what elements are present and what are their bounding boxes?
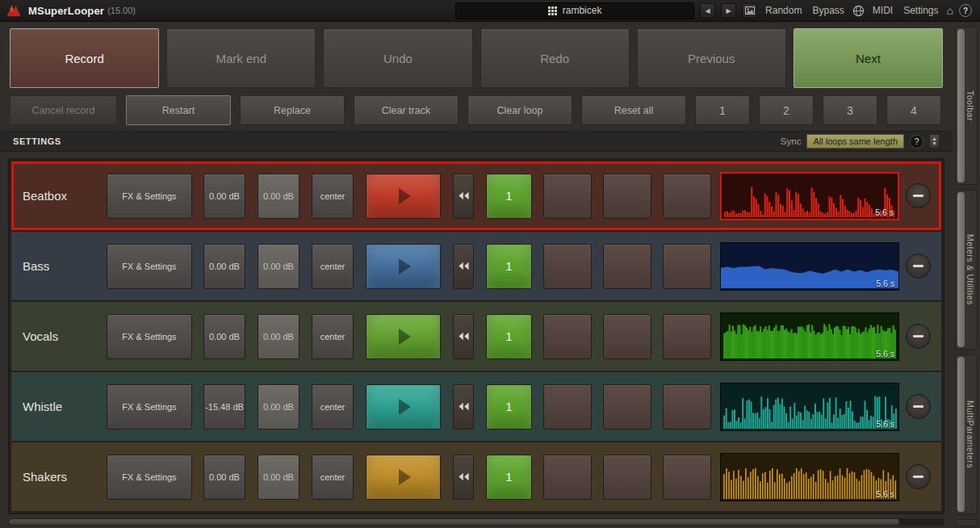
output-gain-button[interactable]: 0.00 dB [258,384,299,430]
melda-logo-icon[interactable] [5,4,23,18]
previous-button[interactable]: Previous [637,28,786,88]
gain-button[interactable]: 0.00 dB [203,174,245,219]
cancel-record-button[interactable]: Cancel record [10,95,117,125]
loop-select-2-button[interactable]: 2 [759,95,814,125]
loop-slot-1-button[interactable]: 1 [486,455,532,500]
loop-slot-1-button[interactable]: 1 [486,384,532,430]
mark-end-button[interactable]: Mark end [166,28,316,88]
track-name[interactable]: Shakers [23,470,107,484]
loop-slot-2-button[interactable] [543,384,592,430]
gain-button[interactable]: 0.00 dB [203,244,245,289]
output-gain-button[interactable]: 0.00 dB [258,455,299,500]
stepper-down-icon[interactable]: ▼ [932,141,936,147]
track-name[interactable]: Bass [23,259,107,273]
settings-button[interactable]: Settings [903,5,938,16]
track-name[interactable]: Vocals [23,329,107,343]
loop-select-4-button[interactable]: 4 [886,95,941,125]
record-button[interactable]: Record [10,28,159,88]
play-button[interactable] [366,244,441,289]
loop-slot-3-button[interactable] [603,455,651,500]
tab-meters-utilities[interactable]: Meters & Utilities [955,190,978,350]
scrollbar-thumb[interactable] [957,29,965,182]
horizontal-scrollbar[interactable] [8,518,944,526]
loop-slot-3-button[interactable] [603,384,651,430]
rewind-button[interactable] [453,244,474,289]
track-name[interactable]: Beatbox [23,189,107,203]
loop-slot-4-button[interactable] [663,314,711,359]
loop-slot-2-button[interactable] [543,244,592,289]
loop-slot-4-button[interactable] [663,244,711,289]
clear-track-button[interactable]: Clear track [354,95,459,125]
mute-track-button[interactable] [906,464,931,489]
gain-button[interactable]: 0.00 dB [203,314,245,359]
loop-slot-2-button[interactable] [543,314,592,359]
replace-button[interactable]: Replace [240,95,345,125]
scrollbar-thumb[interactable] [957,357,965,512]
fx-settings-button[interactable]: FX & Settings [107,244,192,289]
next-preset-button[interactable]: ▶ [721,3,736,19]
midi-button[interactable]: MIDI [873,5,893,16]
output-gain-button[interactable]: 0.00 dB [258,314,299,359]
reset-all-button[interactable]: Reset all [581,95,686,125]
play-button[interactable] [366,174,441,219]
loop-slot-4-button[interactable] [663,174,711,219]
tab-toolbar[interactable]: Toolbar [955,27,978,185]
rewind-button[interactable] [453,384,474,430]
snapshot-button[interactable] [742,3,757,19]
mute-track-button[interactable] [906,394,931,419]
loop-slot-3-button[interactable] [603,174,651,219]
sync-stepper[interactable]: ▲ ▼ [929,134,940,149]
rewind-button[interactable] [453,455,474,500]
fx-settings-button[interactable]: FX & Settings [107,455,192,500]
help-icon[interactable]: ? [959,4,972,17]
clear-loop-button[interactable]: Clear loop [467,95,572,125]
gain-button[interactable]: -15.48 dB [203,384,245,430]
preset-selector[interactable]: rambicek [455,2,694,19]
loop-slot-4-button[interactable] [663,455,711,500]
horizontal-scrollbar-thumb[interactable] [9,519,899,525]
pan-button[interactable]: center [312,314,354,359]
pan-button[interactable]: center [312,174,354,219]
rewind-button[interactable] [453,314,474,359]
pan-button[interactable]: center [312,455,354,500]
rewind-button[interactable] [453,174,474,219]
fx-settings-button[interactable]: FX & Settings [107,384,192,430]
loop-slot-2-button[interactable] [543,455,592,500]
loop-slot-4-button[interactable] [663,384,711,430]
output-gain-button[interactable]: 0.00 dB [258,244,299,289]
play-button[interactable] [366,314,441,359]
mute-track-button[interactable] [906,183,931,208]
settings-help-icon[interactable]: ? [910,135,923,149]
fx-settings-button[interactable]: FX & Settings [107,174,192,219]
bypass-button[interactable]: Bypass [812,5,844,16]
tab-multiparameters[interactable]: MultiParameters [955,354,978,514]
fx-settings-button[interactable]: FX & Settings [107,314,192,359]
loop-waveform[interactable]: 5.6 s [720,312,899,361]
loop-slot-1-button[interactable]: 1 [486,244,532,289]
undo-button[interactable]: Undo [323,28,472,88]
loop-waveform[interactable]: 5.6 s [720,172,899,220]
play-button[interactable] [366,455,441,500]
loop-waveform[interactable]: 5.6 s [720,453,899,501]
redo-button[interactable]: Redo [480,28,630,88]
track-name[interactable]: Whistle [23,400,107,413]
loop-select-1-button[interactable]: 1 [695,95,750,125]
restart-button[interactable]: Restart [126,95,231,125]
pan-button[interactable]: center [312,384,354,430]
mute-track-button[interactable] [906,324,931,349]
scrollbar-thumb[interactable] [957,192,965,347]
loop-slot-1-button[interactable]: 1 [486,174,532,219]
loop-waveform[interactable]: 5.6 s [720,242,899,291]
pan-button[interactable]: center [312,244,354,289]
loop-slot-3-button[interactable] [603,244,651,289]
loop-waveform[interactable]: 5.6 s [720,383,899,431]
previous-preset-button[interactable]: ◀ [700,3,715,19]
loop-select-3-button[interactable]: 3 [823,95,877,125]
gain-button[interactable]: 0.00 dB [203,455,245,500]
loop-slot-2-button[interactable] [543,174,592,219]
mute-track-button[interactable] [906,254,931,279]
home-icon[interactable]: ⌂ [947,4,953,17]
output-gain-button[interactable]: 0.00 dB [258,174,299,219]
loop-slot-1-button[interactable]: 1 [486,314,532,359]
loop-slot-3-button[interactable] [603,314,651,359]
